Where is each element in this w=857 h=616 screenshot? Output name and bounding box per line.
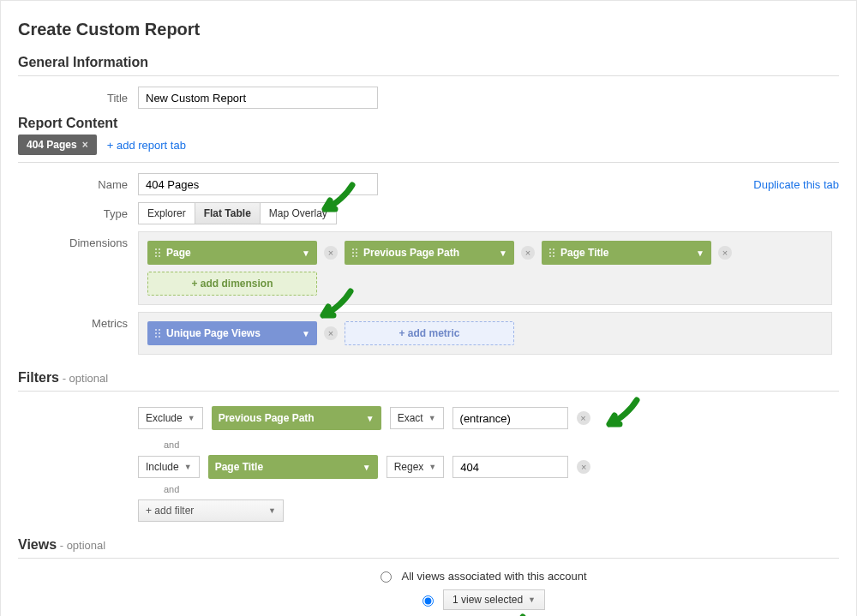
label-views-spacer: [18, 569, 124, 574]
remove-dimension-button[interactable]: ×: [521, 246, 535, 260]
views-all-radio[interactable]: [381, 571, 392, 583]
section-views-title: Views - optional: [18, 537, 839, 553]
chip-label: Page Title: [215, 461, 263, 473]
drag-handle-icon: [154, 328, 161, 338]
views-selected-button[interactable]: 1 view selected ▼: [443, 589, 545, 610]
remove-filter-button[interactable]: ×: [577, 411, 590, 425]
report-tabs: 404 Pages × + add report tab: [18, 135, 839, 155]
type-map-overlay-button[interactable]: Map Overlay: [261, 203, 336, 224]
annotation-arrow-icon: [602, 397, 640, 429]
type-explorer-button[interactable]: Explorer: [139, 203, 195, 224]
metric-unique-page-views[interactable]: Unique Page Views ▼: [147, 321, 317, 345]
select-value: Include: [146, 461, 179, 473]
divider: [18, 558, 839, 559]
remove-metric-button[interactable]: ×: [324, 326, 338, 340]
drag-handle-icon: [351, 248, 358, 258]
chevron-down-icon: ▼: [428, 414, 436, 422]
filter-value-input[interactable]: [452, 407, 568, 429]
add-report-tab-link[interactable]: + add report tab: [107, 139, 186, 152]
tab-label: 404 Pages: [27, 139, 77, 151]
chevron-down-icon: ▼: [499, 248, 507, 258]
divider: [18, 391, 839, 392]
views-selected-label: 1 view selected: [452, 594, 523, 606]
section-filters-title: Filters - optional: [18, 370, 839, 386]
name-input[interactable]: [138, 173, 378, 195]
chevron-down-icon: ▼: [696, 248, 704, 258]
filter-and-label: and: [164, 484, 179, 494]
filter-row-1: Include ▼ Page Title ▼ Regex ▼ ×: [138, 455, 590, 479]
chip-label: Page: [166, 247, 191, 259]
divider: [18, 162, 839, 163]
close-icon[interactable]: ×: [82, 139, 88, 151]
row-views: All views associated with this account 1…: [18, 569, 839, 616]
views-all-label: All views associated with this account: [401, 570, 586, 583]
chip-label: Page Title: [560, 247, 608, 259]
label-type: Type: [18, 202, 138, 220]
divider: [18, 75, 839, 76]
page-title: Create Custom Report: [18, 20, 839, 39]
label-name: Name: [18, 173, 138, 191]
chevron-down-icon: ▼: [302, 329, 310, 338]
page-container: Create Custom Report General Information…: [0, 0, 857, 616]
type-flat-table-button[interactable]: Flat Table: [195, 203, 261, 224]
filter-condition-select[interactable]: Include ▼: [138, 456, 200, 478]
row-metrics: Metrics Unique Page Views ▼ × + add metr…: [18, 312, 839, 355]
select-value: Exclude: [146, 412, 183, 424]
views-selected-radio[interactable]: [423, 595, 434, 607]
chevron-down-icon: ▼: [363, 463, 371, 472]
dimension-page[interactable]: Page ▼: [147, 241, 317, 265]
chevron-down-icon: ▼: [428, 463, 436, 471]
label-filters-spacer: [18, 402, 138, 407]
remove-filter-button[interactable]: ×: [577, 460, 590, 474]
row-filters: Exclude ▼ Previous Page Path ▼ Exact ▼ ×…: [18, 402, 839, 522]
chevron-down-icon: ▼: [184, 463, 192, 471]
chevron-down-icon: ▼: [528, 595, 536, 604]
chevron-down-icon: ▼: [188, 414, 195, 422]
chevron-down-icon: ▼: [366, 414, 375, 423]
title-input[interactable]: [138, 87, 378, 109]
section-general-title: General Information: [18, 55, 839, 70]
duplicate-tab-link[interactable]: Duplicate this tab: [753, 178, 839, 191]
dimensions-panel: Page ▼ × Previous Page Path ▼ × Page Tit…: [138, 231, 832, 305]
row-type: Type Explorer Flat Table Map Overlay: [18, 202, 839, 224]
row-title: Title: [18, 87, 839, 109]
type-button-group: Explorer Flat Table Map Overlay: [138, 202, 337, 224]
label-dimensions: Dimensions: [18, 231, 138, 249]
row-name: Name Duplicate this tab: [18, 173, 839, 195]
chip-label: Previous Page Path: [363, 247, 459, 259]
chip-label: Previous Page Path: [219, 412, 315, 424]
dimension-page-title[interactable]: Page Title ▼: [542, 241, 711, 265]
filter-match-select[interactable]: Regex ▼: [387, 456, 445, 478]
chevron-down-icon: ▼: [302, 248, 310, 258]
section-report-content-title: Report Content: [18, 116, 839, 131]
remove-dimension-button[interactable]: ×: [718, 246, 732, 260]
drag-handle-icon: [154, 248, 161, 258]
filter-condition-select[interactable]: Exclude ▼: [138, 407, 203, 429]
drag-handle-icon: [548, 248, 555, 258]
select-value: Exact: [398, 412, 423, 424]
add-filter-button[interactable]: + add filter ▼: [138, 499, 284, 522]
filter-field-select[interactable]: Page Title ▼: [208, 455, 378, 479]
filter-match-select[interactable]: Exact ▼: [390, 407, 444, 429]
label-metrics: Metrics: [18, 312, 138, 330]
row-dimensions: Dimensions Page ▼ × Previous Page Path ▼…: [18, 231, 839, 305]
label-title: Title: [18, 87, 138, 105]
select-value: Regex: [394, 461, 424, 473]
chip-label: Unique Page Views: [166, 327, 261, 339]
filter-value-input[interactable]: [452, 456, 568, 478]
add-dimension-button[interactable]: + add dimension: [147, 272, 317, 296]
filter-field-select[interactable]: Previous Page Path ▼: [212, 406, 381, 430]
remove-dimension-button[interactable]: ×: [324, 246, 338, 260]
metrics-panel: Unique Page Views ▼ × + add metric: [138, 312, 832, 355]
tab-404-pages[interactable]: 404 Pages ×: [18, 135, 97, 155]
add-filter-label: + add filter: [146, 505, 194, 517]
filters-heading: Filters: [18, 370, 59, 385]
views-heading: Views: [18, 537, 57, 552]
dimension-previous-page-path[interactable]: Previous Page Path ▼: [345, 241, 514, 265]
add-metric-button[interactable]: + add metric: [345, 321, 514, 345]
filters-optional: - optional: [59, 372, 108, 385]
chevron-down-icon: ▼: [268, 506, 276, 515]
filter-and-label: and: [164, 440, 179, 450]
filter-row-0: Exclude ▼ Previous Page Path ▼ Exact ▼ ×: [138, 402, 637, 434]
views-optional: - optional: [57, 539, 105, 552]
